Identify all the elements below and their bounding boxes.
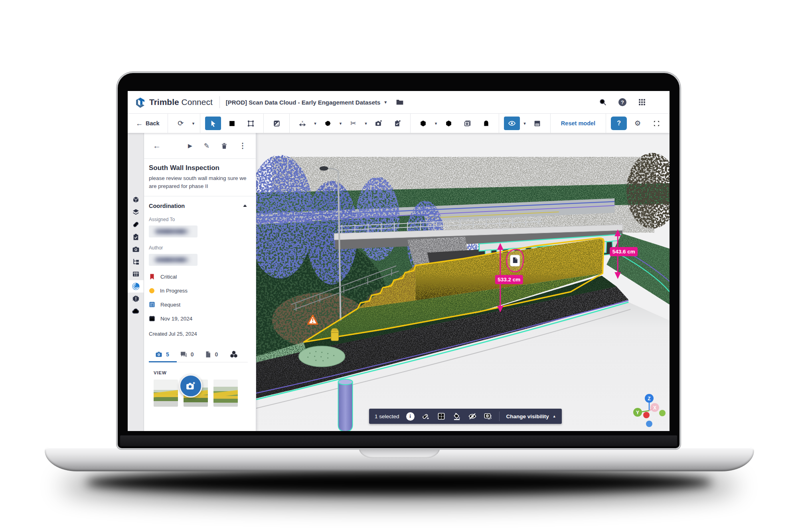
rail-table-item[interactable]: [128, 268, 144, 280]
todo-description: please review south wall making sure we …: [149, 174, 248, 190]
laptop-screen: Trimble Connect [PROD] Scan Data Cloud -…: [118, 73, 679, 448]
clip-tool-button[interactable]: ✂: [345, 117, 361, 130]
link-icon: [132, 221, 140, 228]
polygon-dropdown-caret[interactable]: ▾: [339, 121, 343, 126]
todo-detail-panel: ← ▶ ✎ ⋮ South Wall Inspection please r: [144, 133, 256, 431]
back-label: Back: [146, 120, 160, 127]
marquee-select-button[interactable]: [224, 117, 240, 130]
image-overlay-button[interactable]: [459, 117, 475, 130]
status-row[interactable]: In Progress: [149, 288, 248, 294]
panel-back-icon[interactable]: ←: [153, 141, 161, 150]
add-todo-button[interactable]: [389, 117, 405, 130]
ghost-mode-button[interactable]: [478, 117, 494, 130]
gizmo-neg-x-ball[interactable]: [643, 412, 650, 418]
tab-documents[interactable]: 0: [205, 351, 218, 358]
wireframe-button[interactable]: [440, 117, 456, 130]
chevron-up-icon[interactable]: [242, 203, 248, 209]
measure-icon: x: [298, 120, 306, 127]
selection-count: 1 selected: [375, 413, 399, 419]
back-button[interactable]: ← Back: [132, 117, 163, 130]
play-view-icon[interactable]: ▶: [188, 142, 192, 149]
gear-icon: ⚙: [634, 120, 641, 127]
clip-dropdown-caret[interactable]: ▾: [364, 121, 368, 126]
snapshot-thumbnail[interactable]: [154, 380, 178, 407]
rail-todos-item[interactable]: [128, 231, 144, 243]
markup-pin[interactable]: [507, 249, 523, 272]
marquee-icon: [228, 120, 236, 127]
visibility-states-icon[interactable]: [484, 412, 492, 421]
search-icon[interactable]: [598, 98, 607, 107]
panel-tabs: 5 0 0: [149, 347, 248, 362]
help-icon[interactable]: ?: [618, 98, 627, 107]
gizmo-x-label: X: [653, 405, 656, 411]
redaction-blur: [153, 257, 192, 263]
due-date-row[interactable]: Nov 19, 2024: [149, 315, 248, 322]
settings-button[interactable]: ⚙: [630, 117, 646, 130]
rail-models-item[interactable]: [128, 194, 144, 206]
rail-scans-item-active[interactable]: [128, 280, 144, 293]
orbit-icon: ⟳: [178, 120, 184, 127]
edit-pencil-icon[interactable]: ✎: [204, 142, 209, 150]
layers-icon: [132, 208, 140, 216]
measure-dropdown-caret[interactable]: ▾: [313, 121, 317, 126]
snapshot-button[interactable]: [371, 117, 387, 130]
polygon-select-button[interactable]: [320, 117, 336, 130]
change-visibility-button[interactable]: Change visibility: [506, 413, 549, 419]
coordination-header[interactable]: Coordination: [149, 203, 248, 209]
redaction-blur: [153, 229, 192, 234]
priority-row[interactable]: Critical: [149, 273, 248, 280]
rail-hierarchy-item[interactable]: [128, 255, 144, 268]
assigned-to-value-redacted[interactable]: [149, 225, 198, 237]
project-selector[interactable]: [PROD] Scan Data Cloud - Early Engagemen…: [226, 99, 387, 106]
kebab-menu-icon[interactable]: ⋮: [239, 141, 246, 150]
brand-logo[interactable]: Trimble Connect: [135, 97, 213, 108]
toolbar-divider: [606, 114, 606, 133]
orbit-tool-button[interactable]: ⟳: [173, 117, 189, 130]
model-viewport[interactable]: 533.2 cm 543.6 cm 1 selected: [256, 133, 670, 431]
author-value-redacted[interactable]: [149, 254, 198, 266]
gizmo-z-label: Z: [648, 396, 650, 401]
gizmo-neg-y-ball[interactable]: [659, 410, 666, 416]
model-display-button[interactable]: [415, 117, 431, 130]
bcf-cubes-icon[interactable]: [229, 350, 238, 358]
rail-layers-item[interactable]: [128, 206, 144, 218]
measure-tool-button[interactable]: x: [294, 117, 310, 130]
cube-solid-icon: [132, 196, 140, 204]
active-tab-indicator: [149, 361, 177, 362]
rail-sync-item[interactable]: [128, 305, 144, 317]
hide-selection-icon[interactable]: [468, 412, 477, 421]
rail-clashes-item[interactable]: [128, 293, 144, 305]
rail-links-item[interactable]: [128, 218, 144, 231]
tab-comments[interactable]: 0: [180, 351, 194, 358]
todo-title: South Wall Inspection: [149, 164, 248, 172]
orbit-dropdown-caret[interactable]: ▾: [192, 121, 196, 126]
fullscreen-button[interactable]: [648, 117, 664, 130]
visibility-tool-button[interactable]: [504, 117, 520, 130]
gizmo-neg-z-ball[interactable]: [646, 421, 652, 427]
delete-trash-icon[interactable]: [221, 142, 227, 149]
visibility-dropdown-caret[interactable]: ▾: [523, 121, 527, 126]
adjust-view-button[interactable]: [269, 117, 284, 130]
apps-grid-icon[interactable]: [638, 98, 646, 107]
app-header: Trimble Connect [PROD] Scan Data Cloud -…: [128, 91, 670, 114]
info-icon[interactable]: i: [406, 412, 415, 421]
clipboard-check-icon: [132, 233, 140, 241]
add-link-icon[interactable]: [421, 412, 430, 421]
camera-plus-white-icon: [186, 381, 196, 391]
paint-color-icon[interactable]: [452, 412, 461, 421]
tab-snapshots[interactable]: 5: [155, 351, 169, 358]
ground-plane-button[interactable]: [529, 117, 545, 130]
help-button[interactable]: ?: [611, 117, 627, 130]
navigation-gizmo[interactable]: Z Y X: [630, 392, 670, 428]
zoom-to-selection-icon[interactable]: [437, 412, 446, 421]
folder-icon[interactable]: [395, 98, 404, 107]
snapshot-thumbnail[interactable]: [213, 380, 238, 407]
reset-model-button[interactable]: Reset model: [555, 120, 601, 127]
select-tool-button[interactable]: [205, 117, 221, 130]
type-row[interactable]: Request: [149, 301, 248, 308]
brand-secondary: Connect: [182, 97, 213, 107]
model-display-caret[interactable]: ▾: [434, 121, 438, 126]
add-snapshot-button[interactable]: [179, 374, 202, 398]
transform-tool-button[interactable]: [243, 117, 259, 130]
rail-views-item[interactable]: [128, 243, 144, 255]
